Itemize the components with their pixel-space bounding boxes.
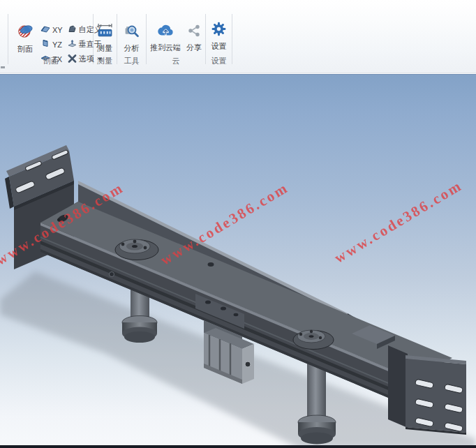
share-label: 分享	[186, 43, 202, 53]
cylinder-port	[245, 361, 251, 367]
tools-group-label: 工具	[117, 56, 146, 66]
window-bottom-edge	[0, 445, 476, 448]
measure-button-label: 测量	[97, 43, 112, 54]
settings-group-label: 设置	[206, 56, 232, 66]
divider	[232, 14, 232, 64]
toolbar-group-measure: 测量 测量	[94, 0, 116, 73]
toolbar-group-tools: 分析 工具	[117, 0, 146, 73]
push-to-cloud-button[interactable]: 推到云端	[148, 23, 183, 53]
toolbar-group-settings: 设置 设置	[206, 0, 232, 73]
cloud-group-label: 云	[147, 56, 205, 66]
rotary-disc-2[interactable]	[293, 330, 334, 350]
divider	[8, 14, 8, 64]
viewport-3d[interactable]: www.code386.com www.code386.com www.code…	[0, 74, 476, 445]
perpendicular-plane-icon	[67, 39, 77, 50]
plane-yz-label: YZ	[52, 40, 62, 49]
analyze-button[interactable]: 分析	[117, 22, 146, 54]
cad-viewer-window: 剖面 XY	[0, 0, 476, 448]
cad-model[interactable]	[0, 74, 476, 445]
plane-xy-label: XY	[52, 26, 63, 34]
settings-button[interactable]: 设置	[206, 22, 232, 52]
toolbar-left-stub	[1, 66, 5, 68]
gear-icon	[211, 22, 226, 38]
ruler-icon	[97, 22, 113, 40]
share-nodes-icon	[187, 24, 201, 40]
rotary-disc-1[interactable]	[115, 239, 158, 260]
push-to-cloud-label: 推到云端	[150, 43, 181, 53]
beam-top-hole	[208, 262, 214, 267]
section-sphere-icon	[17, 22, 34, 41]
right-bracket[interactable]	[388, 345, 466, 435]
beam-front-hole	[110, 272, 114, 277]
magnifier-icon	[124, 22, 140, 40]
measure-group-label: 测量	[94, 56, 116, 66]
cloud-upload-icon	[156, 23, 175, 40]
toolbar: 剖面 XY	[0, 0, 476, 73]
plane-xy-button[interactable]: XY	[40, 22, 63, 37]
analyze-button-label: 分析	[124, 43, 140, 54]
plane-yz-button[interactable]: YZ	[40, 37, 63, 52]
custom-plane-icon	[67, 24, 77, 35]
section-button-label: 剖面	[17, 44, 33, 54]
settings-button-label: 设置	[211, 41, 227, 52]
section-group-label: 剖面	[10, 56, 92, 66]
plane-xy-icon	[40, 24, 50, 35]
toolbar-group-cloud: 推到云端 分享 云	[147, 0, 205, 73]
share-button[interactable]: 分享	[184, 24, 204, 53]
toolbar-group-section: 剖面 XY	[10, 0, 92, 73]
section-button[interactable]: 剖面	[10, 22, 40, 54]
measure-button[interactable]: 测量	[94, 22, 116, 54]
plane-yz-icon	[40, 39, 50, 50]
